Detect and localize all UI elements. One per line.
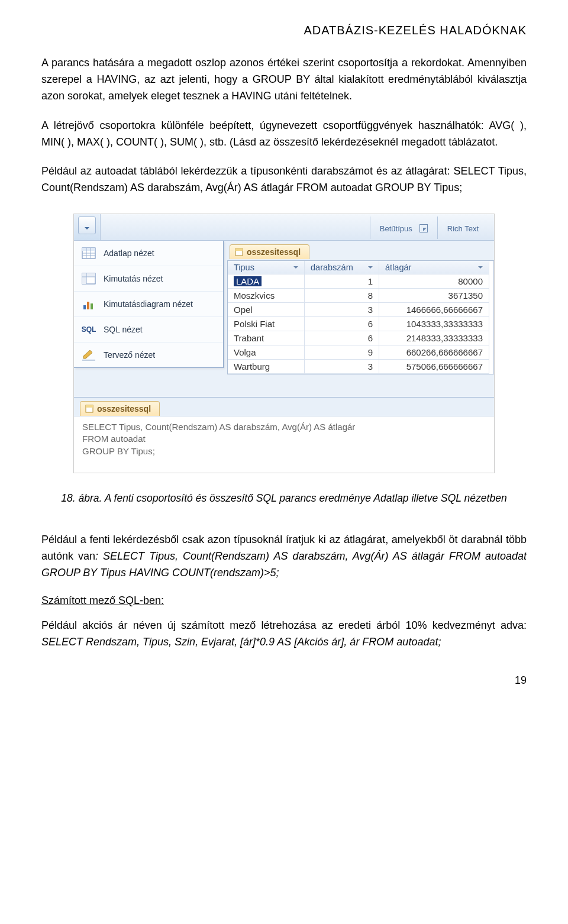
sql-text[interactable]: SELECT Tipus, Count(Rendszam) AS darabsz… <box>74 416 494 473</box>
ribbon-group-font-label: Betűtípus <box>380 224 412 233</box>
query-tab-label: osszesitessql <box>247 247 301 257</box>
table-row[interactable]: Wartburg3575066,666666667 <box>228 360 493 374</box>
section-title: Számított mező SQL-ben: <box>41 595 527 607</box>
grid-header-darabszam[interactable]: darabszám <box>305 261 379 274</box>
paragraph-4-italic: : SELECT Tipus, Count(Rendszam) AS darab… <box>41 550 527 579</box>
sql-query-tab[interactable]: osszesitessql <box>80 401 160 416</box>
cell-atlagar[interactable]: 80000 <box>379 274 489 289</box>
figure-caption: 18. ábra. A fenti csoportosító és összes… <box>41 490 527 506</box>
paragraph-4: Például a fenti lekérdezésből csak azon … <box>41 532 527 581</box>
sql-line-2: FROM autoadat <box>82 433 486 445</box>
cell-darabszam[interactable]: 8 <box>305 289 379 303</box>
cell-tipus[interactable]: Polski Fiat <box>228 317 305 331</box>
cell-atlagar[interactable]: 1043333,33333333 <box>379 317 489 331</box>
table-row[interactable]: Volga9660266,666666667 <box>228 345 493 360</box>
view-menu: Adatlap nézet Kimutatás nézet Kimutatásd… <box>74 241 224 368</box>
cell-atlagar[interactable]: 2148333,33333333 <box>379 331 489 345</box>
ribbon-group-font: Betűtípus <box>370 217 437 239</box>
cell-darabszam[interactable]: 9 <box>305 345 379 360</box>
view-switcher-col <box>74 214 101 240</box>
pivot-icon <box>81 272 96 285</box>
paragraph-5-italic: SELECT Rendszam, Tipus, Szin, Evjarat, [… <box>41 636 441 648</box>
cell-darabszam[interactable]: 3 <box>305 303 379 317</box>
sql-line-3: GROUP BY Tipus; <box>82 445 486 457</box>
table-row[interactable]: Polski Fiat61043333,33333333 <box>228 317 493 331</box>
cell-darabszam[interactable]: 6 <box>305 317 379 331</box>
chevron-down-icon <box>293 266 298 271</box>
view-menu-pivotchart-label: Kimutatásdiagram nézet <box>104 299 193 309</box>
cell-tipus[interactable]: LADA <box>228 274 305 289</box>
table-row[interactable]: LADA180000 <box>228 274 493 289</box>
paragraph-2: A létrejövő csoportokra különféle beépít… <box>41 118 527 151</box>
cell-atlagar[interactable]: 575066,666666667 <box>379 360 489 374</box>
svg-rect-11 <box>83 305 86 309</box>
ribbon-group-richtext-label: Rich Text <box>447 224 479 233</box>
view-menu-pivotchart[interactable]: Kimutatásdiagram nézet <box>74 292 223 317</box>
datasheet-icon <box>81 247 96 260</box>
cell-darabszam[interactable]: 1 <box>305 274 379 289</box>
svg-rect-17 <box>235 248 243 251</box>
font-dialog-launcher-icon[interactable] <box>419 224 428 232</box>
svg-rect-13 <box>91 303 93 309</box>
chevron-down-icon <box>368 266 373 271</box>
view-menu-design-label: Tervező nézet <box>104 350 155 360</box>
chevron-down-icon <box>478 266 483 271</box>
cell-darabszam[interactable]: 3 <box>305 360 379 374</box>
table-row[interactable]: Opel31466666,66666667 <box>228 303 493 317</box>
cell-tipus[interactable]: Trabant <box>228 331 305 345</box>
sql-line-1: SELECT Tipus, Count(Rendszam) AS darabsz… <box>82 421 486 433</box>
grid-header-atlagar[interactable]: átlagár <box>379 261 489 274</box>
paragraph-5: Például akciós ár néven új számított mez… <box>41 618 527 651</box>
pivotchart-icon <box>81 298 96 311</box>
sql-tab-label: osszesitessql <box>97 404 151 413</box>
svg-rect-15 <box>82 360 95 361</box>
table-row[interactable]: Trabant62148333,33333333 <box>228 331 493 345</box>
ribbon-group-richtext: Rich Text <box>437 217 488 239</box>
view-dropdown-button[interactable] <box>78 217 96 234</box>
view-menu-pivot[interactable]: Kimutatás nézet <box>74 266 223 292</box>
svg-rect-12 <box>87 302 89 309</box>
svg-rect-8 <box>82 273 95 277</box>
cell-atlagar[interactable]: 660266,666666667 <box>379 345 489 360</box>
view-menu-sql-label: SQL nézet <box>104 325 143 334</box>
design-icon <box>81 348 96 361</box>
query-icon <box>235 248 243 256</box>
svg-rect-1 <box>82 248 95 251</box>
sql-view-panel: osszesitessql SELECT Tipus, Count(Rendsz… <box>74 397 494 473</box>
view-menu-datasheet[interactable]: Adatlap nézet <box>74 241 223 266</box>
ribbon: Betűtípus Rich Text <box>74 214 494 241</box>
svg-rect-19 <box>86 405 93 408</box>
query-tab[interactable]: osszesitessql <box>230 244 309 259</box>
access-screenshot: Betűtípus Rich Text Adatlap nézet <box>74 214 494 473</box>
cell-darabszam[interactable]: 6 <box>305 331 379 345</box>
cell-atlagar[interactable]: 1466666,66666667 <box>379 303 489 317</box>
page-number: 19 <box>41 674 527 687</box>
grid-header-row: Tipus darabszám átlagár <box>228 261 493 274</box>
view-menu-sql[interactable]: SQL SQL nézet <box>74 317 223 343</box>
paragraph-5-normal: Például akciós ár néven új számított mez… <box>41 619 527 631</box>
view-menu-design[interactable]: Tervező nézet <box>74 343 223 367</box>
cell-tipus[interactable]: Moszkvics <box>228 289 305 303</box>
result-grid: Tipus darabszám átlagár LADA180000Moszkv… <box>227 260 494 374</box>
grid-header-tipus[interactable]: Tipus <box>228 261 305 274</box>
paragraph-1: A parancs hatására a megadott oszlop azo… <box>41 55 527 105</box>
cell-tipus[interactable]: Volga <box>228 345 305 360</box>
datasheet-area: osszesitessql Tipus darabszám átlagár LA… <box>224 241 494 380</box>
cell-tipus[interactable]: Opel <box>228 303 305 317</box>
view-menu-datasheet-label: Adatlap nézet <box>104 248 154 258</box>
page-header: ADATBÁZIS-KEZELÉS HALADÓKNAK <box>41 24 527 37</box>
sql-icon: SQL <box>81 323 96 336</box>
cell-tipus[interactable]: Wartburg <box>228 360 305 374</box>
svg-marker-14 <box>83 350 92 358</box>
paragraph-3: Például az autoadat táblából lekérdezzük… <box>41 163 527 196</box>
cell-atlagar[interactable]: 3671350 <box>379 289 489 303</box>
query-icon <box>85 405 93 413</box>
view-menu-pivot-label: Kimutatás nézet <box>104 274 163 283</box>
table-row[interactable]: Moszkvics83671350 <box>228 289 493 303</box>
